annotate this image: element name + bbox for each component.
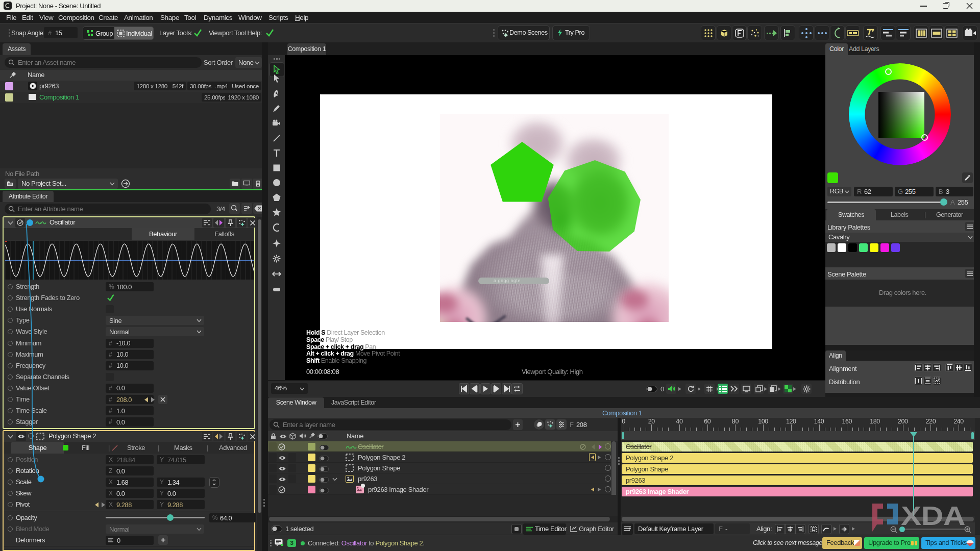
svg-text:XDA: XDA bbox=[901, 503, 965, 531]
